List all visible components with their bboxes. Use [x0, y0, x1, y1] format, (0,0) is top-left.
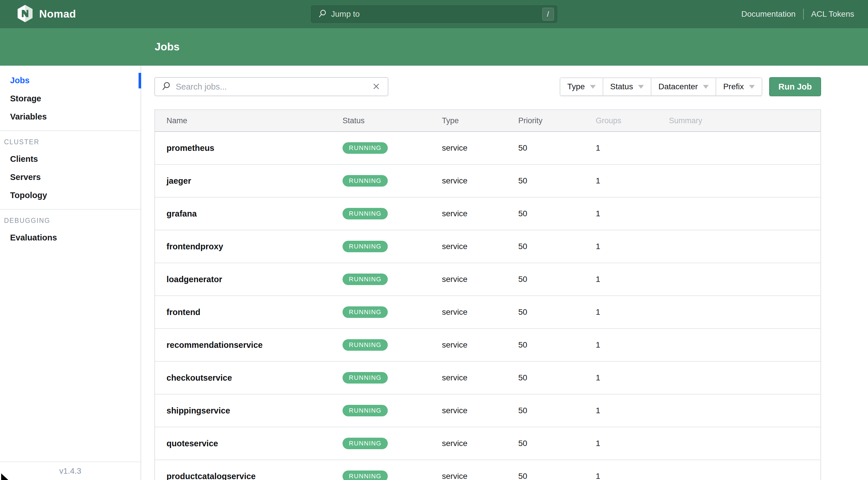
sidebar-item-variables[interactable]: Variables — [0, 108, 141, 126]
active-item-indicator — [138, 73, 141, 88]
job-groups: 1 — [596, 406, 600, 415]
filter-label: Datacenter — [658, 82, 698, 91]
nomad-logo-icon — [17, 5, 33, 24]
filter-label: Prefix — [723, 82, 744, 91]
job-groups: 1 — [596, 209, 600, 218]
documentation-link[interactable]: Documentation — [741, 9, 796, 19]
sidebar-item-clients[interactable]: Clients — [0, 150, 141, 168]
status-badge: RUNNING — [343, 471, 388, 480]
brand-link[interactable]: Nomad — [17, 5, 76, 24]
job-type: service — [442, 406, 468, 415]
filter-status-dropdown[interactable]: Status — [603, 78, 651, 95]
job-priority: 50 — [518, 373, 527, 382]
column-header-status[interactable]: Status — [343, 116, 442, 125]
column-header-groups: Groups — [596, 116, 669, 125]
jump-to-input[interactable] — [331, 9, 542, 19]
job-type: service — [442, 308, 468, 316]
job-row[interactable]: grafana RUNNING service 50 1 — [155, 197, 820, 230]
status-badge: RUNNING — [343, 208, 388, 219]
jobs-search-box[interactable] — [154, 77, 388, 96]
filter-group: Type Status Datacenter Prefix — [560, 77, 762, 96]
job-groups: 1 — [596, 176, 600, 185]
sidebar-item-storage[interactable]: Storage — [0, 90, 141, 108]
job-groups: 1 — [596, 373, 600, 382]
clear-search-button[interactable] — [370, 81, 382, 93]
job-row[interactable]: quoteservice RUNNING service 50 1 — [155, 427, 820, 460]
job-row[interactable]: shippingservice RUNNING service 50 1 — [155, 394, 820, 427]
job-row[interactable]: checkoutservice RUNNING service 50 1 — [155, 362, 820, 394]
job-row[interactable]: jaeger RUNNING service 50 1 — [155, 165, 820, 197]
status-badge: RUNNING — [343, 405, 388, 416]
job-priority: 50 — [518, 242, 527, 251]
sidebar-item-label: Jobs — [10, 76, 30, 85]
job-priority: 50 — [518, 340, 527, 349]
column-header-name[interactable]: Name — [155, 116, 343, 125]
sidebar-item-evaluations[interactable]: Evaluations — [0, 229, 141, 247]
job-priority: 50 — [518, 209, 527, 218]
job-row[interactable]: recommendationservice RUNNING service 50… — [155, 329, 820, 362]
sidebar: Jobs Storage Variables CLUSTER Clients S… — [0, 66, 141, 480]
job-groups: 1 — [596, 439, 600, 448]
job-name: prometheus — [166, 143, 214, 153]
sidebar-item-servers[interactable]: Servers — [0, 168, 141, 186]
status-badge: RUNNING — [343, 307, 388, 318]
page-title: Jobs — [155, 41, 180, 53]
brand-name: Nomad — [39, 8, 76, 20]
sidebar-item-label: Variables — [10, 112, 47, 122]
job-type: service — [442, 242, 468, 251]
status-badge: RUNNING — [343, 339, 388, 351]
status-badge: RUNNING — [343, 438, 388, 449]
status-badge: RUNNING — [343, 274, 388, 285]
mouse-cursor — [1, 473, 11, 480]
job-groups: 1 — [596, 275, 600, 284]
filter-datacenter-dropdown[interactable]: Datacenter — [651, 78, 716, 95]
jobs-toolbar: Type Status Datacenter Prefix — [154, 77, 821, 96]
status-badge: RUNNING — [343, 142, 388, 154]
job-priority: 50 — [518, 308, 527, 316]
nomad-app: Nomad / Documentation ACL Tokens Jobs Jo… — [0, 0, 868, 480]
search-icon — [161, 81, 171, 92]
jump-to-search[interactable]: / — [311, 5, 557, 23]
job-row[interactable]: frontend RUNNING service 50 1 — [155, 296, 820, 329]
search-icon — [318, 9, 327, 19]
top-nav: Nomad / Documentation ACL Tokens — [0, 0, 868, 28]
job-row[interactable]: prometheus RUNNING service 50 1 — [155, 132, 820, 165]
job-priority: 50 — [518, 472, 527, 480]
job-name: loadgenerator — [166, 275, 222, 284]
page-header: Jobs — [0, 28, 868, 66]
job-name: jaeger — [166, 176, 191, 186]
toolbar-right: Type Status Datacenter Prefix — [560, 77, 821, 96]
job-type: service — [442, 472, 468, 480]
job-name: frontend — [166, 308, 200, 317]
filter-type-dropdown[interactable]: Type — [560, 78, 603, 95]
job-type: service — [442, 176, 468, 185]
job-priority: 50 — [518, 406, 527, 415]
column-header-summary: Summary — [669, 116, 820, 125]
job-row[interactable]: productcatalogservice RUNNING service 50… — [155, 460, 820, 480]
sidebar-item-label: Servers — [10, 172, 41, 182]
column-header-type[interactable]: Type — [442, 116, 518, 125]
job-name: recommendationservice — [166, 340, 263, 350]
slash-shortcut-key: / — [542, 8, 554, 21]
chevron-down-icon — [638, 85, 644, 89]
jobs-table: Name Status Type Priority Groups Summary… — [154, 109, 821, 480]
filter-prefix-dropdown[interactable]: Prefix — [716, 78, 762, 95]
job-groups: 1 — [596, 308, 600, 316]
sidebar-divider — [0, 209, 141, 210]
sidebar-item-topology[interactable]: Topology — [0, 186, 141, 204]
job-type: service — [442, 373, 468, 382]
job-row[interactable]: loadgenerator RUNNING service 50 1 — [155, 263, 820, 296]
run-job-button[interactable]: Run Job — [769, 77, 821, 96]
sidebar-item-label: Storage — [10, 94, 41, 103]
close-icon — [372, 82, 381, 92]
job-type: service — [442, 340, 468, 349]
chevron-down-icon — [590, 85, 596, 89]
job-type: service — [442, 143, 468, 152]
status-badge: RUNNING — [343, 175, 388, 187]
acl-tokens-link[interactable]: ACL Tokens — [811, 9, 854, 19]
job-row[interactable]: frontendproxy RUNNING service 50 1 — [155, 230, 820, 263]
sidebar-item-jobs[interactable]: Jobs — [0, 71, 141, 90]
job-type: service — [442, 275, 468, 284]
column-header-priority[interactable]: Priority — [518, 116, 596, 125]
jobs-search-input[interactable] — [176, 82, 370, 92]
